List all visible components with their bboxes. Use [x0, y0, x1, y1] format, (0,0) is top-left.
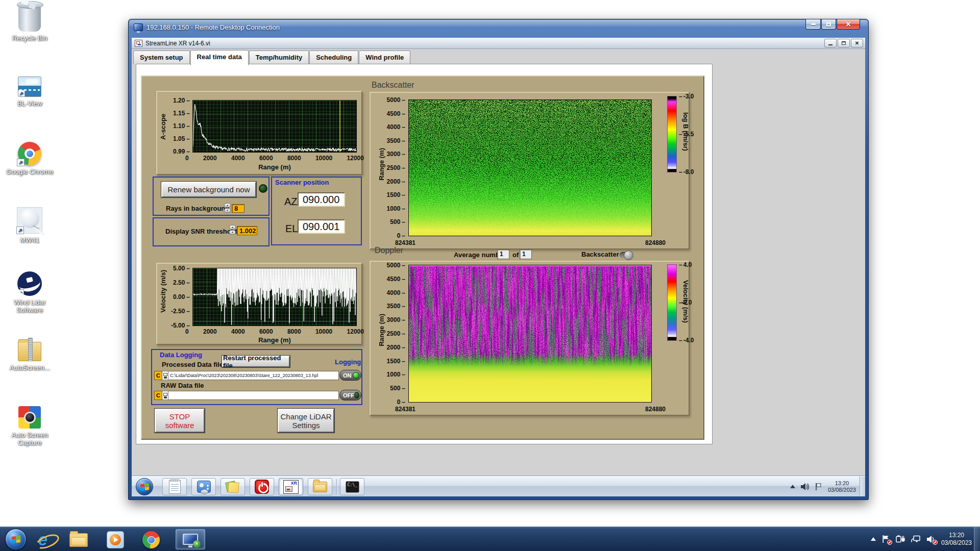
windows-flag-icon — [12, 536, 20, 544]
remote-taskbar: XR C:\_ 13:20 03/08/2023 — [132, 476, 865, 496]
taskbar-internet-explorer-button[interactable]: e — [33, 531, 53, 549]
renew-background-button[interactable]: Renew background now — [161, 182, 256, 197]
desktop-icon-label: AutoScreen... — [10, 364, 50, 371]
taskbar-chrome-button[interactable] — [141, 531, 161, 549]
drive-button[interactable]: C — [154, 391, 162, 400]
average-total-field[interactable]: 1 — [520, 249, 532, 259]
desktop-icon-mw41[interactable]: ↗ MW41 — [2, 207, 57, 244]
speaker-icon[interactable] — [800, 483, 810, 491]
remote-taskbar-control-panel-button[interactable] — [191, 478, 216, 495]
volume-muted[interactable] — [926, 535, 936, 543]
tab-system-setup[interactable]: System setup — [133, 51, 190, 64]
remote-taskbar-streamline-vi-button[interactable]: XR — [279, 478, 303, 495]
remote-clock[interactable]: 13:20 03/08/2023 — [828, 480, 856, 493]
front-panel: A-scope 1.201.151.101.050.99 02000400060… — [141, 76, 704, 440]
remote-time: 13:20 — [828, 480, 856, 487]
remote-taskbar-notepad-button[interactable] — [162, 478, 187, 495]
tab-strip: System setup Real time data Temp/humidit… — [132, 49, 865, 64]
average-number-field[interactable]: 1 — [497, 249, 509, 259]
tab-page: A-scope 1.201.151.101.050.99 02000400060… — [136, 64, 713, 444]
spin-down-icon[interactable]: ▼ — [224, 208, 231, 213]
tick-label: 0 — [185, 328, 189, 335]
rays-value-field[interactable]: 8 — [232, 204, 244, 213]
backscatter-colorbar — [667, 96, 677, 172]
snr-value-field[interactable]: 1.002 — [237, 226, 257, 235]
drive-button[interactable]: C — [154, 371, 162, 380]
az-value-field[interactable]: 090.000 — [298, 192, 345, 207]
tick-label: 5000 — [387, 96, 405, 104]
restart-processed-file-button[interactable]: Restart processed file — [222, 356, 290, 367]
desktop-icon-auto-screen-capture[interactable]: Auto Screen Capture — [2, 406, 57, 446]
bl-view-icon: ↗ — [18, 77, 41, 97]
taskbar-explorer-button[interactable] — [68, 531, 89, 549]
doppler-colorbar-label: Velocity (m/s) — [682, 280, 690, 323]
velocity-y-axis-name: Velocity (m/s) — [159, 270, 167, 313]
spin-up-icon[interactable]: ▲ — [224, 203, 231, 208]
raw-logging-off-button[interactable]: OFF — [339, 390, 361, 400]
taskbar-rdp-button-active[interactable] — [176, 529, 205, 549]
path-browse-icon[interactable] — [162, 371, 168, 380]
rays-spinner[interactable]: ▲▼ — [224, 203, 231, 213]
processed-logging-on-button[interactable]: ON — [339, 370, 361, 381]
remote-taskbar-notes-button[interactable] — [220, 478, 245, 495]
snr-spinner[interactable]: ▲▼ — [229, 225, 236, 235]
tick-label: 500 — [390, 218, 405, 226]
recycle-bin-icon — [18, 4, 41, 32]
stop-software-button[interactable]: STOP software — [155, 409, 205, 433]
action-center-alert[interactable] — [881, 535, 890, 543]
desktop-icon-google-chrome[interactable]: ↗ Google Chrome — [2, 142, 57, 176]
tick-label: 2500 — [387, 164, 405, 171]
power-battery-icon[interactable] — [896, 535, 905, 543]
change-lidar-settings-button[interactable]: Change LiDAR Settings — [278, 409, 334, 433]
snr-label: Display SNR threshold — [165, 228, 237, 235]
desktop-icon-bl-view[interactable]: ↗ BL-View — [2, 77, 57, 107]
vi-close-button[interactable]: ✕ — [851, 39, 863, 47]
remote-show-desktop-button[interactable] — [860, 477, 865, 496]
taskbar-media-player-button[interactable] — [105, 531, 126, 549]
desktop-icon-recycle-bin[interactable]: Recycle Bin — [2, 4, 57, 42]
vi-restore-button[interactable] — [838, 39, 850, 47]
processed-path-field[interactable]: C:\Lidar\Data\Proc\2023\202308\20230803\… — [168, 371, 339, 380]
path-browse-icon[interactable] — [162, 391, 168, 400]
remote-taskbar-stop-button[interactable] — [250, 478, 274, 495]
tab-scheduling[interactable]: Scheduling — [309, 51, 358, 64]
doppler-y-ticks: 5000450040003500300025002000150010005000 — [383, 262, 405, 406]
minimize-button[interactable] — [805, 19, 821, 30]
tick-label: 10000 — [315, 155, 332, 162]
host-clock[interactable]: 13:20 03/08/2023 — [941, 532, 972, 547]
rdp-window-title: 192.168.0.150 - Remote Desktop Connectio… — [146, 23, 280, 31]
renew-background-led — [259, 184, 267, 193]
shortcut-arrow-icon: ↗ — [18, 90, 25, 97]
el-value-field[interactable]: 090.001 — [298, 219, 345, 234]
labview-vi-icon — [135, 40, 142, 47]
tab-real-time-data[interactable]: Real time data — [190, 50, 249, 65]
remote-start-button[interactable] — [136, 478, 153, 495]
show-hidden-icons-button[interactable] — [871, 537, 876, 541]
vi-titlebar[interactable]: StreamLine XR v14-6.vi ✕ — [132, 38, 865, 49]
desktop-icon-label: MW41 — [20, 236, 39, 244]
tab-wind-profile[interactable]: Wind profile — [359, 51, 410, 64]
desktop-icon-wind-lidar[interactable]: ↗ Wind Lidar Software — [2, 271, 57, 314]
network-icon[interactable] — [911, 535, 921, 543]
desktop-icon-autoscreen-zip[interactable]: AutoScreen... — [2, 337, 57, 371]
start-button[interactable] — [5, 529, 27, 550]
data-logging-group: Data Logging Processed Data file Restart… — [151, 349, 362, 405]
close-button[interactable]: ✕ — [837, 19, 860, 30]
remote-taskbar-cmd-button[interactable]: C:\_ — [340, 478, 364, 495]
show-hidden-icons-button[interactable] — [790, 485, 795, 488]
vi-minimize-button[interactable] — [824, 39, 837, 47]
action-center-flag-icon[interactable] — [815, 483, 823, 491]
tick-label: 0 — [397, 232, 405, 239]
remote-taskbar-explorer-button[interactable] — [308, 478, 332, 495]
spin-up-icon[interactable]: ▲ — [229, 225, 236, 230]
backscatter-toggle[interactable] — [620, 252, 633, 258]
tab-temp-humidity[interactable]: Temp/humidity — [249, 51, 309, 64]
show-desktop-button[interactable] — [974, 527, 980, 551]
processed-file-label: Processed Data file — [162, 361, 223, 368]
sticky-notes-icon — [226, 480, 239, 493]
spin-down-icon[interactable]: ▼ — [229, 230, 236, 235]
ascope-y-ticks: 1.201.151.101.050.99 — [168, 97, 190, 155]
rdp-titlebar[interactable]: 192.168.0.150 - Remote Desktop Connectio… — [129, 19, 868, 35]
raw-path-field[interactable] — [168, 391, 339, 400]
maximize-button[interactable] — [821, 19, 836, 30]
